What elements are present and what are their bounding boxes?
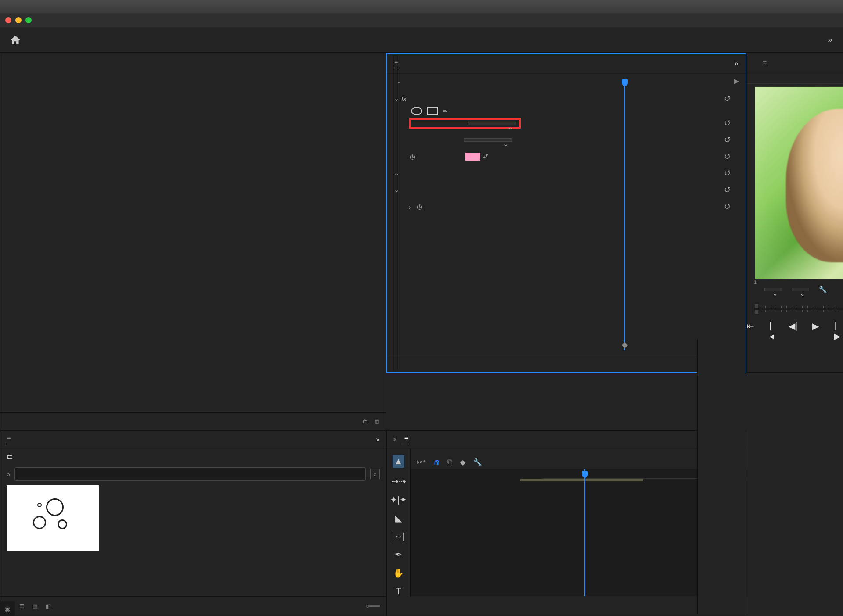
setting-dropdown[interactable] — [464, 138, 512, 142]
reset-keycolor[interactable]: ↺ — [724, 152, 731, 161]
effect-controls-footer: ▼ ▷• ⇪ — [387, 355, 746, 372]
search-filter-icon[interactable]: ⌕ — [370, 469, 380, 479]
mac-menubar — [0, 0, 843, 13]
mask-shapes: ✎ — [392, 107, 741, 115]
collapse-matte-clean[interactable]: ⌄ — [392, 186, 401, 194]
go-to-in-icon[interactable]: |◂ — [769, 321, 774, 341]
zoom-dropdown[interactable] — [764, 288, 782, 291]
key-color-swatch[interactable] — [465, 153, 480, 161]
timeline-panel: × ≡ ▲ ⇢⇢ ✦|✦ ◣ |↔| ✒ ✋ T ✂⁺ ⋒ — [386, 430, 746, 616]
fx-badge[interactable]: fx — [401, 95, 410, 103]
creative-cloud-icon[interactable]: ◉ — [0, 601, 15, 616]
tab-bin[interactable]: ≡ — [7, 435, 11, 444]
reset-mattegen[interactable]: ↺ — [724, 168, 731, 178]
magnet-icon[interactable]: ⋒ — [434, 458, 440, 466]
snap-icon[interactable]: ✂⁺ — [417, 458, 426, 466]
close-button[interactable] — [5, 17, 11, 23]
collapse-matte-gen[interactable]: ⌄ — [392, 169, 401, 177]
stopwatch-icon[interactable]: ◷ — [407, 153, 417, 161]
tabs-overflow[interactable]: » — [376, 436, 380, 444]
trash-icon[interactable]: 🗑 — [374, 418, 380, 425]
zoom-slider[interactable]: ○━━━ — [366, 603, 380, 609]
program-scrubber[interactable] — [755, 300, 843, 313]
program-canvas[interactable] — [755, 86, 843, 279]
reset-suppress[interactable]: ↺ — [724, 202, 731, 211]
mini-playhead[interactable] — [624, 80, 625, 350]
search-icon: ⌕ — [7, 471, 10, 477]
mask-ellipse[interactable] — [411, 107, 422, 115]
settings-icon[interactable]: 🔧 — [473, 458, 482, 466]
track-select-tool[interactable]: ⇢⇢ — [391, 476, 406, 487]
effect-controls-panel: ≡ » ⌄ ▶ ⌄ fx ↺ ✎ — [386, 53, 746, 373]
program-controls-row1: 🔧 — [747, 282, 843, 297]
media-thumbnail[interactable] — [7, 485, 99, 556]
new-bin-icon[interactable]: 🗀 — [362, 418, 368, 425]
effects-panel: 🗀 🗑 — [0, 53, 386, 430]
list-view-icon[interactable]: ☰ — [19, 603, 25, 609]
expand-suppress[interactable]: › — [405, 203, 414, 211]
search-input[interactable] — [14, 467, 366, 481]
reset-setting[interactable]: ↺ — [724, 135, 731, 145]
mask-pen[interactable]: ✎ — [441, 107, 449, 115]
icon-view-icon[interactable]: ▦ — [32, 603, 38, 609]
window-titlebar — [0, 13, 843, 27]
effect-controls-header: ⌄ ▶ — [387, 74, 746, 89]
pen-tool[interactable]: ✒ — [395, 549, 402, 560]
effects-footer: 🗀 🗑 — [0, 412, 386, 430]
eyedropper-icon[interactable]: ✐ — [483, 153, 489, 161]
timeline-tab[interactable]: ≡ — [402, 435, 408, 444]
ripple-tool[interactable]: ✦|✦ — [390, 494, 407, 505]
play-icon[interactable]: ▶ — [812, 321, 819, 341]
mark-in-icon[interactable]: ⇤ — [747, 321, 754, 341]
tabs-overflow[interactable]: » — [735, 60, 739, 68]
timeline-tracks[interactable] — [411, 469, 746, 596]
keyframe-diamond[interactable] — [622, 342, 628, 348]
program-ruler-h — [747, 73, 843, 84]
mask-rect[interactable] — [427, 107, 438, 115]
reset-matteclean[interactable]: ↺ — [724, 185, 731, 195]
marker-icon[interactable]: ◆ — [460, 458, 465, 466]
minimize-button[interactable] — [15, 17, 22, 23]
linked-icon[interactable]: ⧉ — [447, 458, 452, 466]
workspace-overflow[interactable]: » — [817, 35, 843, 45]
freeform-view-icon[interactable]: ◧ — [46, 603, 51, 609]
traffic-lights — [5, 17, 32, 23]
collapse-effect[interactable]: ⌄ — [392, 95, 401, 103]
output-dropdown[interactable] — [468, 122, 516, 125]
maximize-button[interactable] — [25, 17, 32, 23]
hand-tool[interactable]: ✋ — [393, 568, 404, 578]
bin-icon[interactable]: 🗀 — [7, 453, 13, 460]
tool-palette: ▲ ⇢⇢ ✦|✦ ◣ |↔| ✒ ✋ T — [387, 448, 411, 596]
timeline-playhead[interactable] — [584, 469, 585, 596]
resolution-dropdown[interactable] — [792, 288, 809, 291]
settings-icon[interactable]: 🔧 — [819, 286, 827, 294]
step-back-icon[interactable]: ◀| — [789, 321, 797, 341]
transport-controls: ⇤ |◂ ◀| ▶ |▶ ▸| ⎘ » ＋ — [747, 315, 843, 349]
razor-tool[interactable]: ◣ — [395, 513, 402, 523]
effects-tree — [0, 53, 386, 58]
slip-tool[interactable]: |↔| — [392, 531, 405, 541]
type-tool[interactable]: T — [396, 586, 401, 596]
workspace-bar: » — [0, 27, 843, 53]
program-monitor-panel: ≡ 1 🔧 ⇤ |◂ — [746, 53, 843, 373]
effect-controls-tabs: ≡ » — [387, 54, 746, 74]
project-panel: ≡ » 🗀 ⌕ ⌕ ✎ ☰ ▦ ◧ — [0, 430, 386, 616]
work-area[interactable] — [520, 479, 643, 481]
step-fwd-icon[interactable]: |▶ — [834, 321, 840, 341]
reset-effect[interactable]: ↺ — [724, 94, 731, 104]
selection-tool[interactable]: ▲ — [393, 455, 405, 468]
output-highlight — [409, 118, 521, 129]
stopwatch-icon[interactable]: ◷ — [414, 203, 424, 211]
audio-meters — [697, 339, 746, 614]
reset-output[interactable]: ↺ — [724, 118, 731, 128]
home-button[interactable] — [0, 34, 31, 46]
